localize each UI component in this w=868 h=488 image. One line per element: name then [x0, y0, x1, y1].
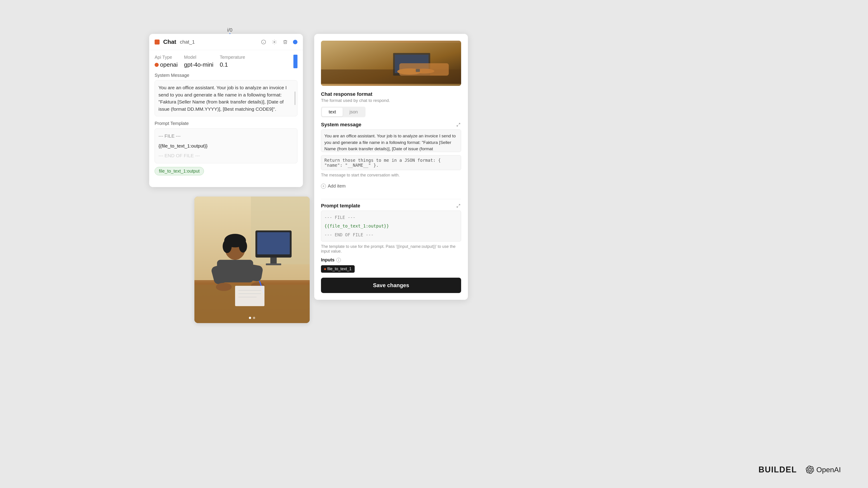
chat-header-actions: [260, 39, 298, 45]
api-type-indicator: [155, 63, 159, 67]
config-panel: Chat response format The format used by …: [314, 34, 468, 300]
prompt-expand-icon[interactable]: [456, 203, 461, 208]
save-changes-button[interactable]: Save changes: [321, 278, 461, 293]
dot-2: [253, 317, 255, 319]
chat-icon: [155, 39, 160, 44]
file-tag: file_to_text_1:output: [155, 167, 204, 175]
info-icon[interactable]: [260, 39, 267, 45]
node-label: i/0: [227, 27, 232, 33]
prompt-template-label-text: Prompt template: [321, 203, 360, 209]
chat-panel-body: Api Type openai Model gpt-4o-mini Temper…: [149, 50, 303, 183]
svg-point-32: [216, 283, 232, 291]
chat-panel-header: Chat chat_1: [149, 34, 303, 50]
chat-panel: Chat chat_1: [149, 34, 303, 187]
temperature-field: Temperature 0.1: [220, 55, 245, 68]
prompt-template-area: --- FILE --- {{file_to_text_1:output}} -…: [321, 210, 461, 241]
api-type-field: Api Type openai: [155, 55, 178, 68]
prompt-template-box: --- FILE --- {{file_to_text_1:output}} -…: [155, 128, 298, 163]
expand-icon[interactable]: [456, 122, 461, 127]
temperature-value: 0.1: [220, 61, 245, 68]
system-message-text: You are an office assistant. Your job is…: [158, 85, 287, 111]
svg-rect-10: [399, 63, 449, 76]
prompt-config-line3: --- END OF FILE ---: [324, 231, 458, 238]
openai-label: OpenAI: [816, 466, 841, 474]
input-tag-dot: [324, 268, 326, 270]
svg-line-14: [459, 204, 460, 205]
sys-msg-label-text: System message: [321, 122, 362, 128]
model-label: Model: [184, 55, 213, 60]
svg-line-15: [457, 206, 458, 207]
svg-line-12: [459, 123, 460, 124]
tab-json[interactable]: json: [343, 107, 365, 116]
writing-person-image: [194, 197, 310, 323]
plus-icon: +: [321, 184, 326, 189]
add-item-label: Add item: [328, 184, 346, 189]
svg-rect-11: [416, 69, 420, 72]
system-message-section-label: System Message: [155, 73, 298, 78]
svg-rect-22: [270, 258, 277, 264]
inputs-info-icon: i: [336, 258, 341, 262]
prompt-config-line1: --- FILE ---: [324, 214, 458, 221]
input-tag: file_to_text_1: [321, 265, 355, 273]
svg-point-3: [274, 41, 275, 43]
response-format-sub: The format used by chat to respond.: [321, 98, 461, 103]
prompt-line1: --- FILE ---: [158, 132, 293, 140]
api-type-value: openai: [160, 61, 178, 68]
sys-msg-label-row: System message: [321, 122, 461, 128]
prompt-helper-text: The template to use for the prompt. Pass…: [321, 244, 461, 254]
json-return-line: Return those things to me in a JSON form…: [321, 155, 461, 170]
system-message-textarea[interactable]: [321, 129, 461, 152]
api-type-label: Api Type: [155, 55, 178, 60]
divider: [321, 199, 461, 199]
chat-panel-title-group: Chat chat_1: [155, 38, 195, 45]
side-connector-bar: [293, 55, 298, 68]
prompt-template-label-row: Prompt template: [321, 203, 461, 209]
prompt-line3: --- END OF FILE ---: [158, 152, 293, 160]
prompt-config-line2: {{file_to_text_1:output}}: [324, 223, 458, 229]
settings-icon[interactable]: [271, 39, 278, 45]
prompt-template-section-label: Prompt Template: [155, 121, 298, 126]
chat-status-dot: [293, 40, 298, 44]
temperature-label: Temperature: [220, 55, 245, 60]
openai-logo: OpenAI: [806, 466, 841, 474]
inputs-label: Inputs: [321, 257, 335, 263]
svg-point-28: [223, 239, 232, 253]
add-item-button[interactable]: + Add item: [321, 181, 346, 191]
config-top-image: [321, 41, 461, 86]
dot-1: [249, 317, 251, 319]
buildel-logo: BUILDEL: [758, 465, 797, 475]
model-value: gpt-4o-mini: [184, 61, 213, 68]
delete-icon[interactable]: [282, 39, 288, 45]
dot-navigation: [249, 317, 255, 319]
bottom-image: [194, 197, 310, 323]
model-field: Model gpt-4o-mini: [184, 55, 213, 68]
prompt-line2: {{file_to_text_1:output}}: [158, 142, 293, 150]
branding: BUILDEL OpenAI: [758, 465, 841, 475]
input-tag-label: file_to_text_1: [327, 267, 351, 271]
chat-subtitle: chat_1: [180, 39, 195, 45]
svg-rect-21: [257, 232, 290, 254]
svg-line-13: [457, 125, 458, 126]
format-tabs: text json: [321, 107, 366, 117]
inputs-row: Inputs i: [321, 257, 461, 263]
system-message-box: You are an office assistant. Your job is…: [155, 80, 298, 116]
system-msg-helper: The message to start the conversation wi…: [321, 173, 461, 177]
scroll-indicator: [294, 92, 296, 105]
svg-rect-35: [235, 286, 265, 306]
svg-point-29: [239, 240, 247, 253]
chat-title: Chat: [163, 38, 176, 45]
svg-rect-23: [266, 263, 281, 265]
tab-text[interactable]: text: [322, 107, 343, 116]
response-format-title: Chat response format: [321, 91, 461, 97]
